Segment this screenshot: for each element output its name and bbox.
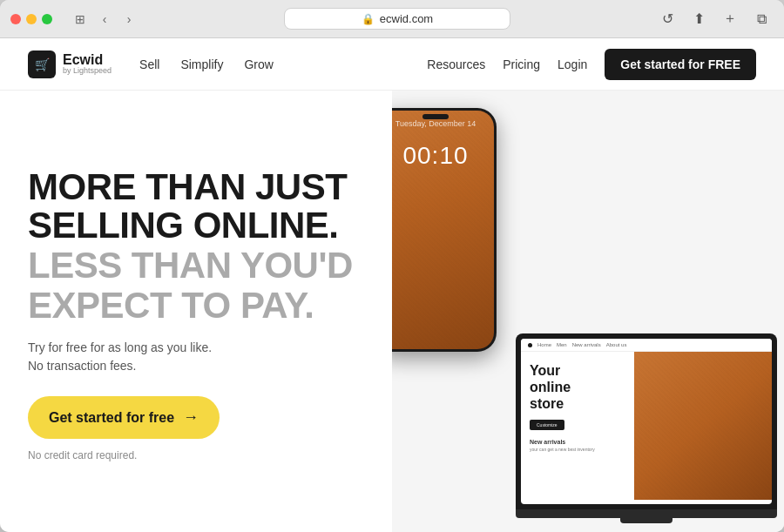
laptop-screen: Home Men New arrivals About us Youronlin… — [521, 339, 772, 504]
phone-mockup: Tuesday, December 14 00:10 — [392, 108, 497, 352]
url-display[interactable]: 🔒 ecwid.com — [284, 8, 510, 30]
laptop-logo-dot — [528, 343, 532, 347]
lock-icon: 🔒 — [362, 13, 375, 25]
laptop-heading-text: Youronlinestore — [530, 363, 571, 411]
laptop-heading: Youronlinestore — [530, 362, 625, 413]
hero-title-bold-1: MORE THAN JUST — [28, 168, 364, 206]
nav-login[interactable]: Login — [558, 57, 587, 71]
logo-icon: 🛒 — [28, 51, 56, 78]
laptop-content: Youronlinestore Customize New arrivals y… — [521, 352, 772, 500]
phone-screen: Tuesday, December 14 00:10 — [392, 111, 494, 349]
nav-cta-button[interactable]: Get started for FREE — [605, 49, 756, 80]
logo[interactable]: 🛒 Ecwid by Lightspeed — [28, 51, 112, 78]
hero-subtitle-line1: Try for free for as long as you like. — [28, 339, 364, 357]
url-text: ecwid.com — [380, 12, 433, 25]
no-credit-card-text: No credit card required. — [28, 449, 364, 461]
logo-icon-symbol: 🛒 — [35, 57, 50, 71]
laptop-screen-container: Home Men New arrivals About us Youronlin… — [516, 333, 777, 509]
browser-window: ⊞ ‹ › 🔒 ecwid.com ↺ ⬆ ＋ ⧉ 🛒 Ec — [0, 0, 784, 532]
hero-subtitle: Try for free for as long as you like. No… — [28, 339, 364, 375]
laptop-nav-item-3: New arrivals — [572, 342, 601, 347]
logo-name: Ecwid — [63, 52, 112, 68]
address-bar[interactable]: 🔒 ecwid.com — [157, 8, 638, 30]
hero-left: MORE THAN JUST SELLING ONLINE. LESS THAN… — [0, 91, 392, 532]
forward-button[interactable]: › — [118, 9, 139, 30]
nav-right: Resources Pricing Login Get started for … — [427, 49, 756, 80]
maximize-button[interactable] — [42, 14, 52, 24]
laptop-new-arrivals-sub: your can get a new best inventory — [530, 447, 625, 453]
logo-text: Ecwid by Lightspeed — [63, 52, 112, 76]
laptop-nav-bar: Home Men New arrivals About us — [521, 339, 772, 352]
logo-sub: by Lightspeed — [63, 67, 112, 76]
laptop-product-image — [634, 352, 772, 500]
nav-pricing[interactable]: Pricing — [503, 57, 540, 71]
new-tab-button[interactable]: ＋ — [718, 7, 742, 31]
laptop-nav-item-1: Home — [537, 342, 551, 347]
laptop-stand — [620, 518, 672, 523]
nav-grow[interactable]: Grow — [244, 57, 273, 71]
nav-simplify[interactable]: Simplify — [180, 57, 223, 71]
close-button[interactable] — [10, 14, 21, 24]
laptop-new-arrivals-label: New arrivals — [530, 439, 625, 445]
share-button[interactable]: ⬆ — [686, 7, 711, 31]
toolbar-right: ↺ ⬆ ＋ ⧉ — [655, 7, 774, 31]
hero-cta-label: Get started for free — [49, 410, 174, 426]
arrow-icon: → — [183, 408, 199, 427]
back-button[interactable]: ‹ — [94, 9, 115, 30]
traffic-lights — [10, 14, 52, 24]
hero-title-gray-2: EXPECT TO PAY. — [28, 286, 364, 325]
nav-left: Sell Simplify Grow — [139, 57, 274, 71]
site-nav: 🛒 Ecwid by Lightspeed Sell Simplify Grow… — [0, 38, 784, 91]
laptop-fabric-detail — [634, 352, 772, 500]
browser-controls: ⊞ ‹ › — [66, 9, 139, 30]
website-content: 🛒 Ecwid by Lightspeed Sell Simplify Grow… — [0, 38, 784, 532]
minimize-button[interactable] — [26, 14, 37, 24]
laptop-cta-button[interactable]: Customize — [530, 420, 564, 430]
laptop-mockup: Home Men New arrivals About us Youronlin… — [516, 333, 777, 523]
nav-sell[interactable]: Sell — [139, 57, 159, 71]
laptop-nav-item-4: About us — [606, 342, 627, 347]
phone-overlay: Tuesday, December 14 00:10 — [392, 111, 494, 170]
sidebar-toggle-button[interactable]: ⊞ — [70, 9, 91, 30]
phone-notch — [422, 114, 449, 119]
hero-title-gray-1: LESS THAN YOU'D — [28, 246, 364, 285]
hero-title-bold-2: SELLING ONLINE. — [28, 206, 364, 245]
laptop-nav-item-2: Men — [557, 342, 567, 347]
nav-resources[interactable]: Resources — [427, 57, 485, 71]
hero-right: Tuesday, December 14 00:10 Home — [392, 91, 784, 532]
phone-date: Tuesday, December 14 — [392, 119, 487, 128]
hero-cta-button[interactable]: Get started for free → — [28, 396, 220, 439]
tabs-button[interactable]: ⧉ — [749, 7, 774, 31]
hero-subtitle-line2: No transaction fees. — [28, 357, 364, 375]
hero-title: MORE THAN JUST SELLING ONLINE. LESS THAN… — [28, 168, 364, 325]
title-bar: ⊞ ‹ › 🔒 ecwid.com ↺ ⬆ ＋ ⧉ — [0, 0, 784, 38]
phone-time: 00:10 — [392, 131, 487, 170]
reload-button[interactable]: ↺ — [655, 7, 679, 31]
laptop-base — [516, 509, 777, 518]
laptop-text-area: Youronlinestore Customize New arrivals y… — [521, 352, 634, 500]
hero-section: MORE THAN JUST SELLING ONLINE. LESS THAN… — [0, 91, 784, 532]
